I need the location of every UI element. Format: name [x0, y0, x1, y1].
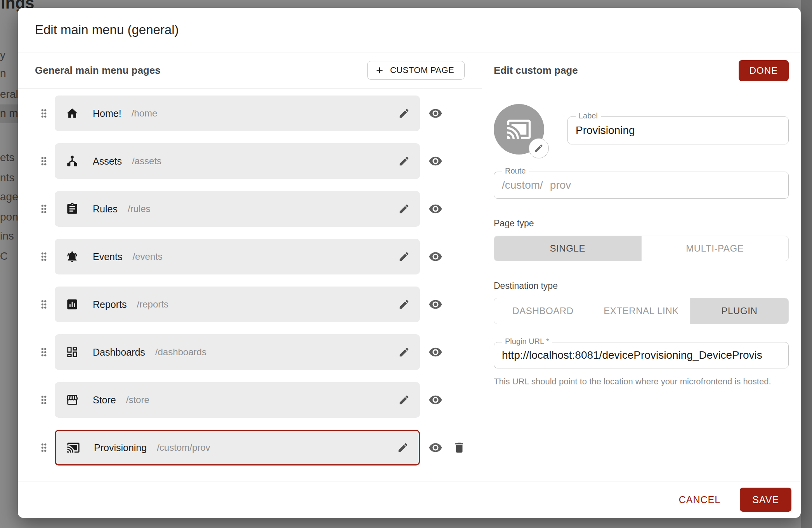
plus-icon: [375, 65, 385, 75]
drag-handle-icon[interactable]: [38, 106, 50, 121]
dialog-footer: CANCEL SAVE: [18, 481, 801, 518]
plugin-url-field-label: Plugin URL *: [502, 337, 552, 346]
page-type-label: Page type: [494, 218, 789, 229]
destination-option-external-link[interactable]: EXTERNAL LINK: [592, 298, 690, 324]
edit-pencil-icon[interactable]: [398, 155, 410, 167]
menu-item-route: /reports: [137, 299, 168, 310]
route-field: Route /custom/ prov: [494, 172, 789, 199]
visibility-eye-icon[interactable]: [429, 345, 442, 359]
menu-card-events[interactable]: Events /events: [55, 239, 420, 274]
menu-item-route: /dashboards: [155, 347, 206, 358]
events-icon: [66, 250, 79, 263]
edit-pencil-icon[interactable]: [398, 203, 410, 215]
plugin-url-field: Plugin URL *: [494, 342, 789, 368]
menu-row-provisioning: Provisioning /custom/prov: [38, 430, 482, 465]
cast-icon: [506, 116, 532, 142]
destination-type-label: Destination type: [494, 281, 789, 291]
menu-pages-panel-title: General main menu pages: [35, 64, 161, 76]
menu-row-home: Home! /home: [38, 96, 482, 131]
destination-option-dashboard[interactable]: DASHBOARD: [494, 298, 592, 324]
menu-item-label: Rules: [93, 203, 118, 215]
route-value: prov: [550, 179, 571, 191]
drag-handle-icon[interactable]: [38, 249, 50, 264]
background-nav-fragment: ins: [0, 230, 14, 242]
done-button[interactable]: DONE: [739, 60, 789, 81]
visibility-eye-icon[interactable]: [429, 250, 442, 264]
cancel-button[interactable]: CANCEL: [677, 494, 723, 506]
drag-handle-icon[interactable]: [38, 201, 50, 216]
menu-card-rules[interactable]: Rules /rules: [55, 191, 420, 227]
menu-item-route: /custom/prov: [157, 442, 210, 453]
add-custom-page-button[interactable]: CUSTOM PAGE: [367, 61, 465, 80]
background-nav-fragment: C: [0, 250, 8, 262]
menu-row-events: Events /events: [38, 239, 482, 274]
visibility-eye-icon[interactable]: [429, 393, 442, 407]
menu-item-label: Provisioning: [94, 442, 147, 453]
visibility-eye-icon[interactable]: [429, 106, 442, 120]
delete-trash-icon[interactable]: [453, 441, 466, 454]
assets-icon: [66, 155, 79, 168]
destination-type-toggle: DASHBOARD EXTERNAL LINK PLUGIN: [494, 298, 789, 324]
cast-icon: [67, 441, 80, 454]
edit-custom-page-panel: Edit custom page DONE: [482, 52, 801, 481]
page-type-option-single[interactable]: SINGLE: [494, 236, 641, 261]
route-field-label: Route: [502, 167, 529, 175]
menu-item-label: Home!: [93, 108, 121, 119]
menu-card-reports[interactable]: Reports /reports: [55, 287, 420, 322]
visibility-eye-icon[interactable]: [429, 202, 442, 216]
menu-card-home[interactable]: Home! /home: [55, 96, 420, 131]
menu-card-assets[interactable]: Assets /assets: [55, 143, 420, 179]
menu-card-store[interactable]: Store /store: [55, 382, 420, 418]
background-nav-fragment: n: [0, 67, 6, 80]
edit-main-menu-dialog: Edit main menu (general) General main me…: [18, 8, 801, 518]
route-input[interactable]: /custom/ prov: [494, 179, 579, 191]
background-nav-fragment: eral: [0, 88, 18, 101]
visibility-eye-icon[interactable]: [429, 441, 442, 455]
edit-pencil-icon[interactable]: [398, 346, 410, 358]
menu-pages-panel: General main menu pages CUSTOM PAGE Home…: [18, 52, 482, 481]
page-type-option-multi-page[interactable]: MULTI-PAGE: [641, 236, 789, 261]
label-input[interactable]: [568, 124, 788, 137]
background-nav-fragment: y: [0, 49, 5, 61]
plugin-url-hint: This URL should point to the location wh…: [494, 375, 773, 388]
store-icon: [66, 393, 79, 406]
menu-row-assets: Assets /assets: [38, 143, 482, 179]
plugin-url-input[interactable]: [494, 349, 788, 361]
drag-handle-icon[interactable]: [38, 345, 50, 360]
menu-row-dashboards: Dashboards /dashboards: [38, 334, 482, 370]
save-button[interactable]: SAVE: [740, 488, 791, 512]
page-icon-avatar: [494, 104, 544, 155]
drag-handle-icon[interactable]: [38, 440, 50, 455]
add-custom-page-button-label: CUSTOM PAGE: [390, 65, 454, 75]
edit-avatar-button[interactable]: [529, 138, 549, 158]
menu-item-route: /store: [126, 394, 149, 405]
edit-pencil-icon[interactable]: [397, 442, 409, 453]
route-prefix: /custom/: [502, 179, 543, 191]
label-field: Label: [567, 116, 789, 144]
background-right-strip: [801, 0, 812, 528]
edit-pencil-icon[interactable]: [398, 251, 410, 262]
visibility-eye-icon[interactable]: [429, 154, 442, 168]
edit-pencil-icon[interactable]: [398, 394, 410, 406]
menu-item-label: Store: [93, 394, 116, 406]
edit-pencil-icon[interactable]: [398, 299, 410, 310]
edit-pencil-icon[interactable]: [398, 108, 410, 119]
drag-handle-icon[interactable]: [38, 154, 50, 168]
menu-item-label: Dashboards: [93, 347, 145, 358]
menu-item-route: /events: [132, 251, 162, 262]
menu-row-store: Store /store: [38, 382, 482, 418]
drag-handle-icon[interactable]: [38, 297, 50, 312]
page-type-toggle: SINGLE MULTI-PAGE: [494, 236, 789, 261]
menu-row-reports: Reports /reports: [38, 287, 482, 322]
menu-item-label: Events: [93, 251, 122, 262]
visibility-eye-icon[interactable]: [429, 297, 442, 311]
reports-icon: [66, 298, 79, 311]
menu-card-dashboards[interactable]: Dashboards /dashboards: [55, 334, 420, 370]
drag-handle-icon[interactable]: [38, 393, 50, 407]
destination-option-plugin[interactable]: PLUGIN: [690, 298, 788, 324]
menu-item-route: /home: [132, 108, 158, 119]
label-field-label: Label: [576, 111, 601, 120]
menu-pages-list: Home! /home Assets /assets: [18, 89, 482, 481]
rules-icon: [66, 202, 79, 215]
menu-card-provisioning-selected[interactable]: Provisioning /custom/prov: [55, 430, 420, 465]
